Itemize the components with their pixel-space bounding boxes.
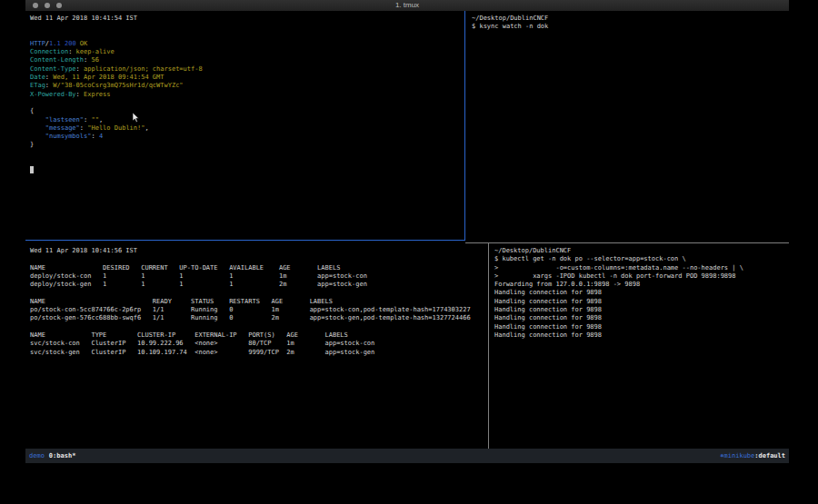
tmux-window-tab[interactable]: 0:bash* <box>49 452 76 460</box>
terminal-line <box>30 323 488 331</box>
terminal-line: Date: Wed, 11 Apr 2018 09:41:54 GMT <box>30 74 464 82</box>
terminal-window: 1. tmux Wed 11 Apr 2018 10:41:54 ISTHTTP… <box>25 0 789 463</box>
status-left: demo0:bash* <box>29 449 75 463</box>
pane-kubectl-get[interactable]: Wed 11 Apr 2018 10:41:56 ISTNAME DESIRED… <box>25 243 488 449</box>
pane-divider-vertical-top[interactable] <box>464 11 465 241</box>
tmux-session-name: demo <box>29 452 45 460</box>
terminal-line: po/stock-con-5cc874766c-2p6rp 1/1 Runnin… <box>30 306 488 314</box>
terminal-line: Handling connection for 9898 <box>494 298 789 306</box>
terminal-line: Wed 11 Apr 2018 10:41:56 IST <box>30 247 488 255</box>
terminal-line <box>30 255 488 263</box>
kube-context-name: minikube <box>724 452 755 460</box>
pane-ksync-watch[interactable]: ~/Desktop/DublinCNCF$ ksync watch -n dok <box>465 11 789 242</box>
tmux-pane-grid: Wed 11 Apr 2018 10:41:54 ISTHTTP/1.1 200… <box>25 0 789 449</box>
terminal-line: > xargs -IPOD kubectl -n dok port-forwar… <box>494 272 789 281</box>
terminal-line: Handling connection for 9898 <box>494 306 789 314</box>
pane-divider-horizontal-right[interactable] <box>465 242 789 243</box>
terminal-line <box>30 166 464 174</box>
terminal-line: NAME TYPE CLUSTER-IP EXTERNAL-IP PORT(S)… <box>30 331 488 340</box>
pane-port-forward[interactable]: ~/Desktop/DublinCNCF$ kubectl get -n dok… <box>489 243 789 449</box>
terminal-line: ~/Desktop/DublinCNCF <box>472 15 789 23</box>
terminal-line: ~/Desktop/DublinCNCF <box>494 247 789 255</box>
terminal-line: po/stock-gen-576cc688bb-swqf6 1/1 Runnin… <box>30 314 488 322</box>
terminal-line: X-Powered-By: Express <box>30 91 464 99</box>
tmux-status-bar: demo0:bash* ⎈minikube:default <box>25 449 789 463</box>
terminal-line: } <box>30 141 464 149</box>
terminal-line: Content-Type: application/json; charset=… <box>30 65 464 74</box>
terminal-line: svc/stock-con ClusterIP 10.99.222.96 <no… <box>30 340 488 348</box>
terminal-line: Connection: keep-alive <box>30 48 464 56</box>
terminal-line <box>30 23 464 31</box>
terminal-line: > -o=custom-columns=:metadata.name --no-… <box>494 264 789 272</box>
pane-divider-horizontal-left[interactable] <box>25 240 465 241</box>
desktop-background: 1. tmux Wed 11 Apr 2018 10:41:54 ISTHTTP… <box>0 0 818 504</box>
terminal-line: $ ksync watch -n dok <box>472 23 789 31</box>
terminal-line: Content-Length: 56 <box>30 56 464 64</box>
mouse-pointer-icon <box>133 113 140 123</box>
pane-divider-vertical-bottom[interactable] <box>488 243 489 449</box>
terminal-line: Wed 11 Apr 2018 10:41:54 IST <box>30 15 464 23</box>
terminal-line <box>30 150 464 158</box>
terminal-line: deploy/stock-gen 1 1 1 1 2m app=stock-ge… <box>30 281 488 289</box>
terminal-line <box>30 99 464 107</box>
pane-http-response[interactable]: Wed 11 Apr 2018 10:41:54 ISTHTTP/1.1 200… <box>25 11 464 240</box>
terminal-line: deploy/stock-con 1 1 1 1 1m app=stock-co… <box>30 272 488 281</box>
terminal-line <box>30 32 464 40</box>
terminal-line: "message": "Hello Dublin!", <box>30 124 464 133</box>
terminal-line: Handling connection for 9898 <box>494 323 789 331</box>
terminal-line: svc/stock-gen ClusterIP 10.109.197.74 <n… <box>30 349 488 357</box>
terminal-line <box>30 158 464 166</box>
status-right: ⎈minikube:default <box>720 449 785 463</box>
terminal-line: $ kubectl get -n dok po --selector=app=s… <box>494 255 789 263</box>
terminal-line: Handling connection for 9898 <box>494 314 789 322</box>
kube-namespace: :default <box>754 452 785 460</box>
terminal-line: ETag: W/"38-05coCsrg3mQ75sHr1d/qcWTwYZc" <box>30 82 464 90</box>
terminal-line: HTTP/1.1 200 OK <box>30 40 464 48</box>
terminal-line: "numsymbols": 4 <box>30 133 464 141</box>
terminal-line: { <box>30 107 464 115</box>
terminal-line: NAME READY STATUS RESTARTS AGE LABELS <box>30 298 488 306</box>
terminal-line: Handling connection for 9898 <box>494 331 789 340</box>
terminal-line <box>30 289 488 297</box>
terminal-line: Forwarding from 127.0.0.1:9898 -> 9898 <box>494 281 789 289</box>
terminal-line: Handling connection for 9898 <box>494 289 789 297</box>
terminal-line: "lastseen": "", <box>30 116 464 124</box>
terminal-line: NAME DESIRED CURRENT UP-TO-DATE AVAILABL… <box>30 264 488 272</box>
